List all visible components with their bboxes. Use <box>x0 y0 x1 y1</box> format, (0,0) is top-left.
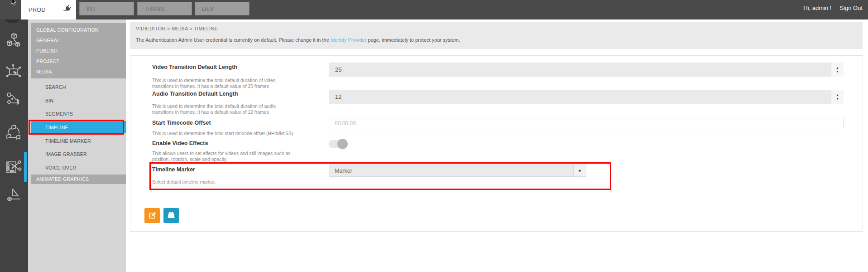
edit-icon <box>149 211 156 220</box>
identity-provider-link[interactable]: Identity Provider <box>331 37 366 43</box>
menu-item-publish[interactable]: PUBLISH <box>31 46 126 56</box>
user-greeting: Hi, admin ! <box>803 5 831 11</box>
desc-line: position, rotation, scale and opacity. <box>152 156 291 162</box>
desc-line: This is used to determine the total defa… <box>152 78 276 83</box>
desc-line: This allows users to set effects for vid… <box>152 151 291 156</box>
menu-item-global-configuration[interactable]: GLOBAL CONFIGURATION <box>31 25 126 35</box>
audio-transition-desc: This is used to determine the total defa… <box>152 103 276 115</box>
plug-icon <box>64 5 72 15</box>
find-button[interactable] <box>163 208 179 223</box>
tab-prod[interactable]: PROD <box>21 0 76 19</box>
video-transition-desc: This is used to determine the total defa… <box>152 78 276 89</box>
audio-transition-input[interactable] <box>329 90 827 104</box>
menu-item-animated-graphics[interactable]: ANIMATED GRAPHICS <box>31 175 126 184</box>
tab-trans-label: TRANS <box>144 5 164 12</box>
start-timecode-desc: This is used to determine the total star… <box>152 131 293 136</box>
submenu-item-timeline-marker[interactable]: TIMELINE MARKER <box>28 134 126 148</box>
start-timecode-label: Start Timecode Offset <box>152 120 211 126</box>
timeline-settings-card: Video Transition Default Length This is … <box>130 55 863 232</box>
submenu-item-bin[interactable]: BIN <box>28 94 126 107</box>
audio-transition-spinner[interactable]: ▲ ▼ <box>831 90 844 104</box>
desc-line: This is used to determine the total star… <box>152 131 293 136</box>
interactive-config-icon[interactable] <box>5 63 22 81</box>
submenu-item-image-grabber[interactable]: IMAGE GRABBER <box>28 147 126 161</box>
enable-video-effects-desc: This allows users to set effects for vid… <box>152 151 291 162</box>
video-transition-spinner[interactable]: ▲ ▼ <box>831 63 844 77</box>
header-band: VIDIEDITOR > MEDIA > TIMELINE The Authen… <box>130 22 863 49</box>
desc-line: transitions in frames. It has a default … <box>152 83 276 89</box>
video-editor-icon[interactable] <box>5 158 22 175</box>
menu-item-media[interactable]: MEDIA <box>31 67 126 77</box>
sign-out-link[interactable]: Sign Out <box>839 5 863 11</box>
timeline-marker-label: Timeline Marker <box>152 166 195 173</box>
dropdown-selected-value: Marker <box>329 168 352 174</box>
tab-int-label: INT <box>86 5 96 12</box>
desc-line: This is used to determine the total defa… <box>152 103 276 109</box>
toggle-knob <box>337 139 348 149</box>
tab-prod-label: PROD <box>29 6 46 13</box>
breadcrumb: VIDIEDITOR > MEDIA > TIMELINE <box>136 26 863 31</box>
icon-sidebar: CP <box>0 0 28 272</box>
submenu-item-segments[interactable]: SEGMENTS <box>28 107 126 121</box>
menu-group-top: GLOBAL CONFIGURATION GENERAL PUBLISH PRO… <box>31 23 126 78</box>
start-timecode-field <box>329 118 844 128</box>
settings-menu: GLOBAL CONFIGURATION GENERAL PUBLISH PRO… <box>28 19 126 272</box>
tab-int[interactable]: INT <box>79 2 134 15</box>
chevron-down-icon[interactable]: ▼ <box>573 165 586 176</box>
start-timecode-input[interactable] <box>329 118 843 128</box>
security-notice: The Authentication Admin User credential… <box>136 37 863 43</box>
desc-line: Select default timeline marker. <box>152 179 216 185</box>
submenu-item-voice-over[interactable]: VOICE OVER <box>28 161 126 175</box>
video-transition-label: Video Transition Default Length <box>152 64 237 70</box>
video-transition-input[interactable] <box>329 63 827 77</box>
enable-video-effects-label: Enable Video Effects <box>152 140 208 146</box>
binoculars-icon <box>167 211 175 220</box>
media-submenu: SEARCH BIN SEGMENTS TIMELINE TIMELINE MA… <box>28 80 126 175</box>
spinner-down-icon[interactable]: ▼ <box>836 97 839 100</box>
edit-button[interactable] <box>144 208 160 223</box>
submenu-item-search[interactable]: SEARCH <box>28 80 126 94</box>
timeline-marker-desc: Select default timeline marker. <box>152 179 216 185</box>
notice-text-before: The Authentication Admin User credential… <box>136 37 331 43</box>
desc-line: transitions in frames. It has a default … <box>152 109 276 115</box>
tab-dev-label: DEV <box>202 5 214 12</box>
active-icon-indicator <box>24 152 27 182</box>
menu-item-general[interactable]: GENERAL <box>31 35 126 46</box>
notice-text-after: page, immediately to protect your system… <box>366 37 460 43</box>
mouse-cursor <box>11 0 18 8</box>
spinner-up-icon[interactable]: ▲ <box>836 93 839 97</box>
tab-dev[interactable]: DEV <box>195 2 249 15</box>
audio-transition-field: ▲ ▼ <box>329 90 844 104</box>
enable-video-effects-toggle[interactable] <box>329 140 347 148</box>
audio-transition-label: Audio Transition Default Length <box>152 91 238 97</box>
app-window: PROD INT TRANS DEV Hi, admin ! Sign Out <box>0 0 868 272</box>
spinner-up-icon[interactable]: ▲ <box>836 66 839 69</box>
menu-item-project[interactable]: PROJECT <box>31 56 126 67</box>
collaboration-icon[interactable] <box>5 123 22 141</box>
video-transition-field: ▲ ▼ <box>329 63 844 77</box>
spinner-down-icon[interactable]: ▼ <box>836 70 839 73</box>
modules-icon[interactable] <box>5 33 22 50</box>
top-bar: PROD INT TRANS DEV Hi, admin ! Sign Out <box>0 0 868 19</box>
tab-trans[interactable]: TRANS <box>137 2 192 15</box>
submenu-item-timeline[interactable]: TIMELINE <box>31 121 126 133</box>
workflow-icon[interactable] <box>5 91 22 108</box>
motion-graphics-icon[interactable] <box>5 186 22 204</box>
timeline-marker-dropdown[interactable]: Marker ▼ <box>329 165 586 177</box>
